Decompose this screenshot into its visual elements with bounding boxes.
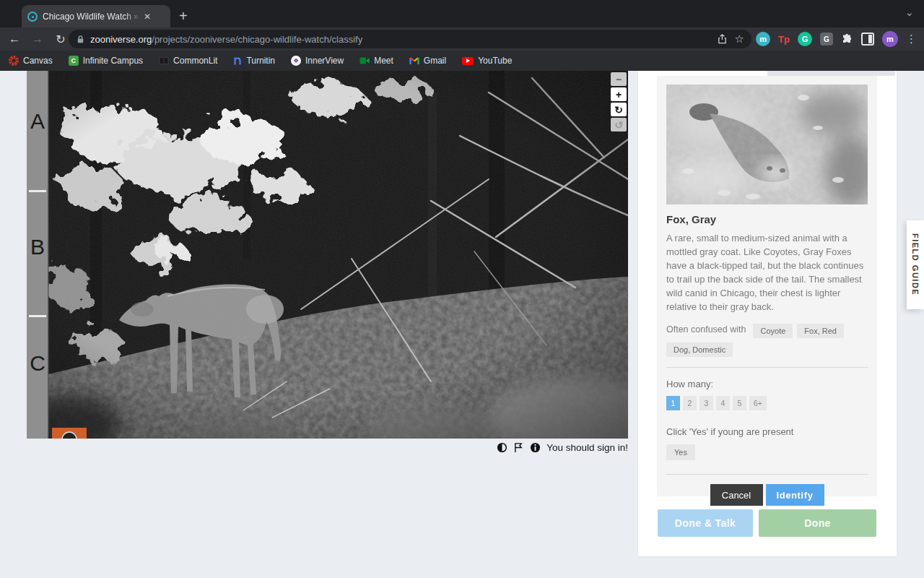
tab-close-icon[interactable]: ✕ [144,12,151,22]
tab-title: Chicago Wildlife Watch » Class [43,12,142,22]
subject-image[interactable]: A B C [27,71,628,439]
bookmarks-bar: Canvas CInfinite Campus CommonLit Turnit… [0,51,924,71]
extension-tp-icon[interactable]: Tp [778,34,790,45]
done-button[interactable]: Done [759,509,876,537]
field-guide-tab[interactable]: FIELD GUIDE [907,220,924,309]
count-option-3[interactable]: 3 [699,396,713,410]
image-zoom-controls: − + ↻ ↺ [611,72,627,131]
info-icon[interactable] [530,442,541,453]
rotate-button[interactable]: ↻ [611,103,627,116]
extension-m-icon[interactable]: m [756,32,770,46]
lock-icon [76,35,85,44]
youtube-icon [462,57,474,65]
confused-chip-coyote[interactable]: Coyote [753,324,793,338]
extensions-puzzle-icon[interactable] [841,33,853,46]
pole-label-b: B [30,235,45,259]
turnitin-icon [233,56,242,66]
new-tab-button[interactable]: + [179,6,188,26]
signin-notice: You should sign in! [546,442,628,453]
forward-button[interactable]: → [29,33,46,46]
meet-icon [359,56,370,65]
url-path: /projects/zooniverse/chicago-wildlife-wa… [152,34,362,45]
side-panel-icon[interactable] [861,33,874,46]
zoom-out-button[interactable]: − [611,72,627,86]
species-description: A rare, small to medium-sized animal wit… [666,231,868,314]
count-option-2[interactable]: 2 [683,396,697,410]
panel-top-tab-sliver [767,71,895,76]
chevron-down-icon[interactable]: ⌄ [905,6,914,19]
done-and-talk-button[interactable]: Done & Talk [658,509,753,537]
count-option-6plus[interactable]: 6+ [749,396,767,410]
divider [666,367,868,368]
field-guide-label: FIELD GUIDE [911,233,920,296]
how-many-label: How many: [666,379,868,389]
infinite-campus-icon: C [69,56,79,66]
bookmark-commonlit[interactable]: CommonLit [159,56,217,66]
how-many-options: 1 2 3 4 5 6+ [666,396,868,410]
identify-button[interactable]: Identify [766,484,824,506]
pole-label-a: A [30,109,45,133]
species-thumbnail [666,85,868,204]
confused-with-label: Often confused with [666,324,746,335]
invert-contrast-icon[interactable] [497,442,507,453]
reload-button[interactable]: ↻ [52,33,69,46]
card-actions: Cancel Identify [666,484,868,506]
confused-chip-fox-red[interactable]: Fox, Red [797,324,844,338]
browser-tab[interactable]: Chicago Wildlife Watch » Class ✕ [22,5,170,27]
innerview-icon: ❖ [291,56,301,66]
extension-grammarly-icon[interactable]: G [798,32,812,46]
camera-brand-logo [52,428,87,439]
browser-tab-strip: Chicago Wildlife Watch » Class ✕ + ⌄ [0,0,924,27]
url-bar[interactable]: zooniverse.org/projects/zooniverse/chica… [69,30,751,48]
bookmark-infinite-campus[interactable]: CInfinite Campus [69,56,143,66]
flag-icon[interactable] [513,442,524,453]
share-icon[interactable] [717,33,728,45]
bookmark-turnitin[interactable]: Turnitin [233,56,275,66]
canvas-icon [9,56,19,66]
image-tools-row: You should sign in! [27,440,628,454]
camera-trap-scene: A B C [27,71,628,439]
reset-zoom-button[interactable]: ↺ [611,118,627,131]
count-option-4[interactable]: 4 [716,396,730,410]
browser-toolbar: ← → ↻ zooniverse.org/projects/zooniverse… [0,27,924,51]
url-domain: zooniverse.org [90,34,152,45]
back-button[interactable]: ← [6,33,23,46]
count-option-5[interactable]: 5 [733,396,746,410]
extension-g-icon[interactable]: G [820,33,833,46]
extensions-row: m Tp G G m ⋮ [756,27,917,51]
bookmark-canvas[interactable]: Canvas [9,56,53,66]
commonlit-book-icon [159,56,169,66]
bookmark-meet[interactable]: Meet [359,56,393,66]
zooniverse-favicon-icon [27,12,38,22]
gmail-icon [409,56,419,65]
bookmark-star-icon[interactable]: ☆ [735,33,744,46]
confused-chip-dog-domestic[interactable]: Dog, Domestic [666,342,733,357]
bookmark-youtube[interactable]: YouTube [462,56,512,66]
profile-avatar[interactable]: m [882,31,898,47]
species-title: Fox, Gray [666,213,868,225]
menu-kebab-icon[interactable]: ⋮ [906,33,917,46]
cancel-button[interactable]: Cancel [710,484,763,506]
pole-label-c: C [30,351,45,375]
confused-with-row: Often confused withCoyoteFox, RedDog, Do… [666,320,868,358]
url-text: zooniverse.org/projects/zooniverse/chica… [90,34,710,45]
young-present-label: Click 'Yes' if young are present [666,426,868,437]
count-option-1[interactable]: 1 [666,396,680,410]
zoom-in-button[interactable]: + [611,87,627,101]
bookmark-gmail[interactable]: Gmail [409,56,446,66]
measuring-pole: A B C [27,71,49,439]
screen: Chicago Wildlife Watch » Class ✕ + ⌄ ← →… [0,0,924,578]
young-yes-button[interactable]: Yes [666,444,695,460]
divider [666,474,868,475]
bookmark-innerview[interactable]: ❖InnerView [291,56,344,66]
species-card: Fox, Gray A rare, small to medium-sized … [657,76,877,496]
